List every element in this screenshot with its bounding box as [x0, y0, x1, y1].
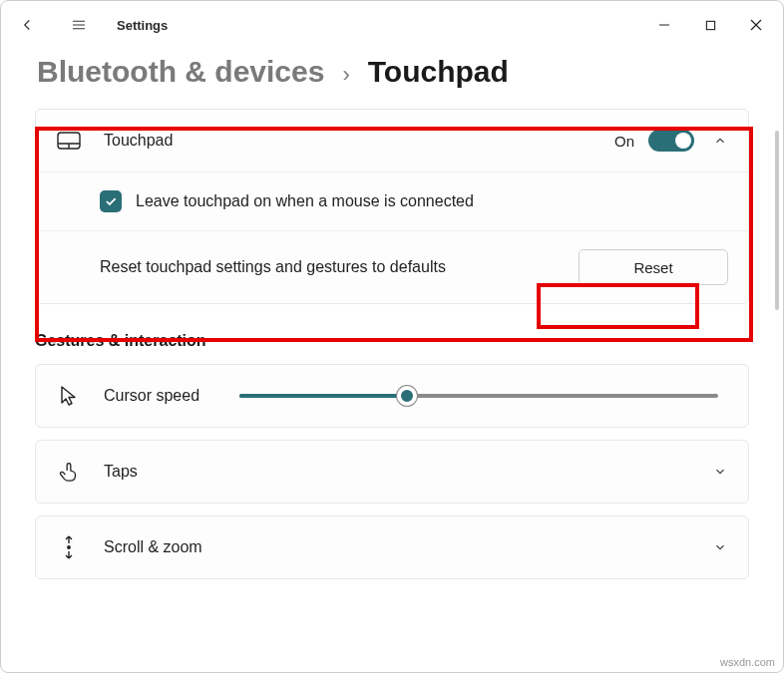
cursor-speed-card: Cursor speed: [35, 364, 749, 428]
touchpad-card: Touchpad On Leave touchpad on when a mou…: [35, 109, 749, 304]
breadcrumb: Bluetooth & devices › Touchpad: [1, 49, 783, 109]
cursor-speed-row: Cursor speed: [36, 365, 748, 427]
scroll-zoom-card[interactable]: Scroll & zoom: [35, 515, 749, 579]
touchpad-row[interactable]: Touchpad On: [36, 110, 748, 171]
leave-on-label: Leave touchpad on when a mouse is connec…: [136, 192, 474, 210]
touchpad-label: Touchpad: [104, 132, 173, 150]
gestures-heading: Gestures & interaction: [35, 332, 749, 350]
touchpad-state: On: [614, 133, 634, 150]
scroll-icon: [56, 534, 82, 560]
back-button[interactable]: [5, 5, 49, 45]
svg-rect-0: [706, 21, 714, 29]
chevron-down-icon: [712, 464, 728, 480]
watermark: wsxdn.com: [720, 656, 775, 668]
leave-on-row[interactable]: Leave touchpad on when a mouse is connec…: [36, 171, 748, 230]
taps-label: Taps: [104, 463, 138, 481]
scrollbar[interactable]: [775, 131, 779, 310]
minimize-button[interactable]: [641, 5, 687, 45]
chevron-up-icon[interactable]: [712, 133, 728, 149]
close-button[interactable]: [733, 5, 779, 45]
reset-button[interactable]: Reset: [579, 249, 728, 285]
maximize-button[interactable]: [687, 5, 733, 45]
cursor-icon: [56, 383, 82, 409]
breadcrumb-separator: ›: [342, 62, 349, 88]
page-title: Touchpad: [368, 55, 509, 89]
breadcrumb-parent[interactable]: Bluetooth & devices: [37, 55, 324, 89]
touchpad-icon: [56, 128, 82, 154]
svg-point-2: [68, 546, 70, 548]
touchpad-toggle[interactable]: [648, 130, 694, 152]
scroll-zoom-label: Scroll & zoom: [104, 538, 202, 556]
title-bar: Settings: [1, 1, 783, 49]
chevron-down-icon: [712, 539, 728, 555]
cursor-speed-slider[interactable]: [239, 386, 718, 406]
reset-label: Reset touchpad settings and gestures to …: [100, 258, 446, 276]
taps-card[interactable]: Taps: [35, 440, 749, 504]
reset-row: Reset touchpad settings and gestures to …: [36, 230, 748, 303]
cursor-speed-label: Cursor speed: [104, 387, 199, 405]
tap-icon: [56, 459, 82, 485]
menu-button[interactable]: [57, 5, 101, 45]
leave-on-checkbox[interactable]: [100, 190, 122, 212]
app-title: Settings: [117, 18, 168, 33]
